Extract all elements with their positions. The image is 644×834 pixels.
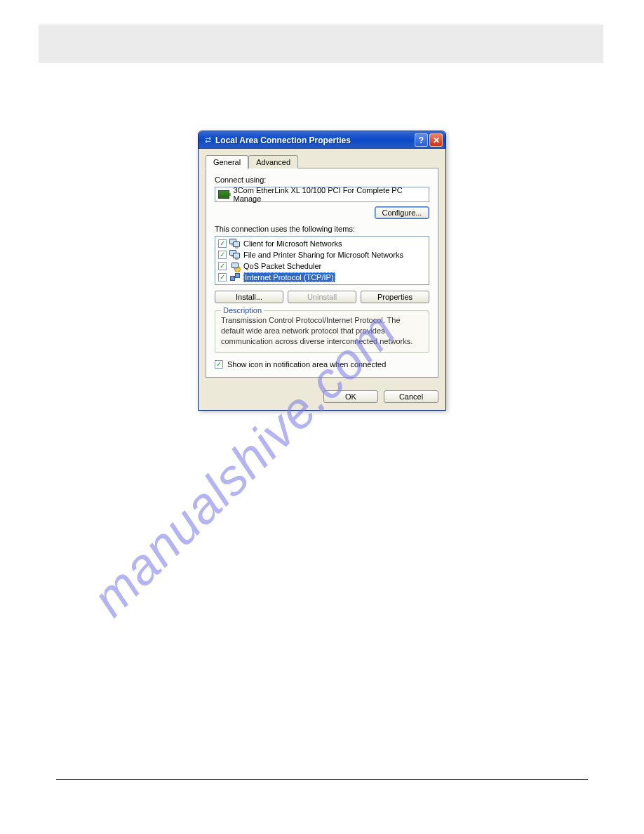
properties-dialog: ⇄ Local Area Connection Properties ? ✕ G… — [198, 131, 446, 411]
protocol-icon — [229, 272, 241, 282]
list-item[interactable]: ✓ Client for Microsoft Networks — [215, 238, 429, 249]
cancel-button[interactable]: Cancel — [384, 390, 438, 403]
list-item[interactable]: ✓ Internet Protocol (TCP/IP) — [215, 272, 429, 283]
list-item-label: Client for Microsoft Networks — [243, 239, 342, 248]
checkbox[interactable]: ✓ — [218, 251, 227, 259]
properties-button[interactable]: Properties — [361, 291, 429, 303]
adapter-field[interactable]: 3Com EtherLink XL 10/100 PCI For Complet… — [215, 187, 429, 202]
items-label: This connection uses the following items… — [215, 225, 429, 233]
tab-advanced[interactable]: Advanced — [248, 155, 298, 168]
titlebar[interactable]: ⇄ Local Area Connection Properties ? ✕ — [199, 131, 445, 149]
ok-button[interactable]: OK — [323, 390, 378, 403]
description-text: Transmission Control Protocol/Internet P… — [221, 315, 423, 347]
items-listbox[interactable]: ✓ Client for Microsoft Networks ✓ File a… — [215, 236, 429, 285]
tab-general[interactable]: General — [206, 155, 248, 169]
install-button[interactable]: Install... — [215, 291, 283, 303]
list-item-label: QoS Packet Scheduler — [243, 262, 321, 270]
show-icon-label: Show icon in notification area when conn… — [227, 360, 386, 369]
description-title: Description — [221, 306, 264, 315]
list-item[interactable]: ✓ QoS Packet Scheduler — [215, 260, 429, 272]
tab-panel-general: Connect using: 3Com EtherLink XL 10/100 … — [206, 168, 438, 378]
page-header-bar — [39, 25, 603, 63]
dialog-title: Local Area Connection Properties — [215, 135, 415, 145]
uninstall-button: Uninstall — [288, 291, 356, 303]
client-icon — [229, 239, 241, 249]
adapter-icon — [218, 190, 229, 199]
checkbox[interactable]: ✓ — [218, 273, 227, 282]
adapter-name: 3Com EtherLink XL 10/100 PCI For Complet… — [234, 186, 426, 203]
service-icon — [229, 250, 241, 260]
list-item-label: File and Printer Sharing for Microsoft N… — [243, 251, 403, 259]
list-item-label: Internet Protocol (TCP/IP) — [243, 272, 335, 282]
qos-icon — [229, 261, 241, 271]
tab-bar: General Advanced — [206, 154, 438, 168]
show-icon-checkbox[interactable]: ✓ — [215, 360, 223, 369]
checkbox[interactable]: ✓ — [218, 262, 227, 270]
connection-icon: ⇄ — [203, 135, 213, 145]
list-item[interactable]: ✓ File and Printer Sharing for Microsoft… — [215, 249, 429, 260]
connect-using-label: Connect using: — [215, 176, 429, 184]
footer-rule — [56, 779, 588, 780]
dialog-footer: OK Cancel — [199, 385, 445, 410]
configure-button[interactable]: Configure... — [375, 206, 429, 219]
help-button[interactable]: ? — [415, 133, 428, 147]
checkbox[interactable]: ✓ — [218, 239, 227, 248]
close-button[interactable]: ✕ — [429, 133, 443, 147]
description-group: Description Transmission Control Protoco… — [215, 310, 429, 353]
